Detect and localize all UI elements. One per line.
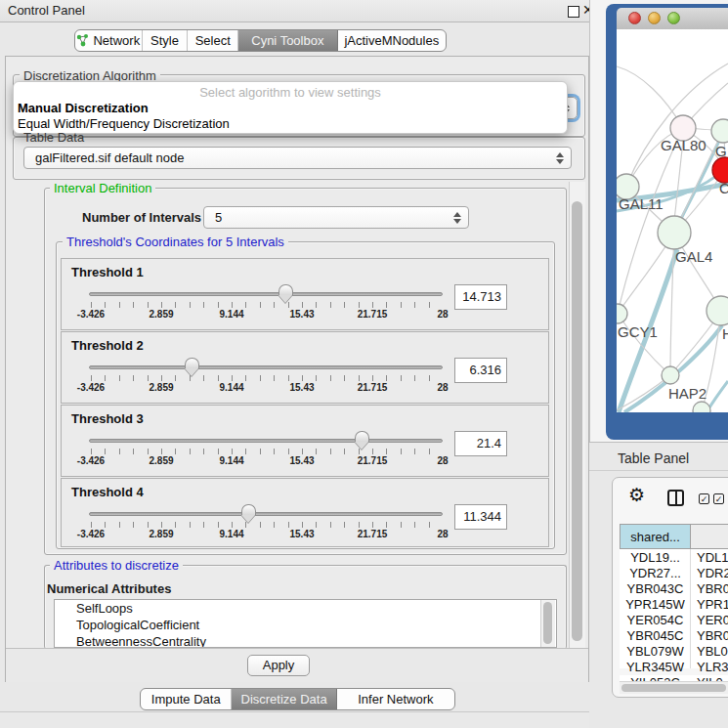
- threshold-4-label: Threshold 4: [71, 485, 144, 499]
- node-label-gal4: GAL4: [675, 248, 712, 265]
- tab-jactivemnodules[interactable]: jActiveMNodules: [338, 30, 446, 51]
- gear-icon[interactable]: ⚙: [628, 487, 645, 504]
- threshold-4-value-field[interactable]: 11.344: [454, 504, 507, 530]
- table-cell[interactable]: YLR3: [697, 660, 728, 675]
- threshold-3-slider-thumb[interactable]: [355, 431, 369, 442]
- zoom-button-icon[interactable]: [667, 12, 680, 24]
- column-header-shared-name[interactable]: shared...: [620, 524, 691, 549]
- table-window: ⚙ ✓ ✓ shared... na YDL19... YDL1 YDR27..…: [612, 477, 728, 698]
- node-table: shared... na YDL19... YDL1 YDR27... YDR2…: [620, 524, 728, 668]
- tab-select[interactable]: Select: [188, 30, 238, 51]
- table-data-group-title: Table Data: [20, 130, 88, 145]
- threshold-4-ticks: [91, 522, 443, 528]
- algorithm-placeholder: Select algorithm to view settings: [14, 85, 567, 100]
- threshold-1-ticks: [91, 302, 443, 308]
- threshold-3-value-field[interactable]: 21.4: [454, 431, 507, 456]
- list-item[interactable]: BetweennessCentrality: [55, 633, 556, 648]
- threshold-3-slider[interactable]: [89, 439, 443, 443]
- node-label-h: H: [722, 325, 728, 342]
- node-partial[interactable]: [693, 402, 710, 412]
- table-cell[interactable]: YPR1: [697, 597, 728, 613]
- tab-discretize-data[interactable]: Discretize Data: [232, 689, 336, 709]
- control-panel-tabbar: Network Style Select Cyni Toolbox jActiv…: [74, 29, 447, 52]
- table-cell[interactable]: YER0: [697, 613, 728, 628]
- threshold-1-slider-thumb[interactable]: [278, 284, 293, 295]
- control-panel-title: Control Panel: [8, 3, 85, 18]
- node-h[interactable]: [707, 296, 728, 325]
- number-of-intervals-combobox[interactable]: 5: [203, 206, 469, 229]
- combo-arrows-icon: [553, 152, 567, 164]
- table-cell[interactable]: YBL0: [697, 644, 728, 660]
- node-gcy1[interactable]: [617, 304, 627, 323]
- network-icon: [76, 34, 89, 47]
- node-gal4[interactable]: [658, 216, 691, 249]
- number-of-intervals-label: Number of Intervals: [82, 210, 201, 225]
- tab-style[interactable]: Style: [143, 30, 189, 51]
- threshold-3-box: Threshold 3 -3.426 2.859 9.144 15.43 21.…: [61, 405, 549, 477]
- table-cell[interactable]: YBR0: [697, 581, 728, 597]
- node-label-c: C: [719, 180, 728, 196]
- menu-item-equal-width-frequency[interactable]: Equal Width/Frequency Discretization: [18, 116, 230, 131]
- threshold-2-ticks: [91, 375, 443, 381]
- table-cell[interactable]: YDR2: [697, 566, 728, 581]
- app-screen: Control Panel ✕ Network Style Select Cyn…: [0, 0, 728, 728]
- menu-item-manual-discretization[interactable]: Manual Discretization: [18, 101, 149, 115]
- table-cell[interactable]: YER054C: [620, 613, 691, 628]
- table-panel-title: Table Panel: [618, 450, 689, 466]
- tab-cyni-toolbox[interactable]: Cyni Toolbox: [238, 30, 337, 51]
- algorithm-dropdown-popup: Select algorithm to view settings Manual…: [13, 81, 568, 134]
- close-button-icon[interactable]: [628, 12, 641, 24]
- tab-infer-network[interactable]: Infer Network: [337, 689, 454, 709]
- list-item[interactable]: SelfLoops: [55, 600, 556, 617]
- network-view[interactable]: GAL80 G GAL11 C GAL4 GCY1 H HAP2: [617, 29, 728, 412]
- threshold-1-label: Threshold 1: [71, 265, 144, 279]
- table-cell[interactable]: YBR0: [697, 628, 728, 644]
- attributes-list-scrollbar-thumb[interactable]: [543, 602, 552, 644]
- table-cell[interactable]: YDL1: [697, 550, 728, 566]
- table-data-combobox[interactable]: galFiltered.sif default node: [23, 147, 572, 169]
- node-label-g: G: [715, 143, 727, 159]
- threshold-3-ticks: [91, 449, 443, 454]
- node-hap2[interactable]: [662, 366, 679, 384]
- table-cell[interactable]: YBR043C: [620, 581, 691, 597]
- apply-button[interactable]: Apply: [247, 655, 310, 676]
- minimize-button-icon[interactable]: [648, 12, 661, 24]
- content-scrollbar[interactable]: [569, 182, 585, 648]
- table-cell[interactable]: YDR27...: [620, 566, 691, 581]
- interval-definition-title: Interval Definition: [50, 181, 155, 195]
- node-g[interactable]: [711, 119, 728, 143]
- threshold-2-box: Threshold 2 -3.426 2.859 9.144 15.43 21.…: [61, 331, 549, 404]
- threshold-2-label: Threshold 2: [71, 338, 144, 353]
- threshold-4-slider[interactable]: [89, 512, 443, 516]
- node-label-gal11: GAL11: [619, 195, 664, 212]
- combo-arrows-icon: [450, 212, 464, 224]
- threshold-4-box: Threshold 4 -3.426 2.859 9.144 15.43 21.…: [61, 478, 549, 547]
- table-cell[interactable]: YBR045C: [620, 628, 691, 644]
- threshold-2-slider-thumb[interactable]: [185, 358, 199, 368]
- threshold-2-slider[interactable]: [89, 365, 443, 369]
- table-cell[interactable]: YPR145W: [620, 597, 691, 613]
- threshold-1-value-field[interactable]: 14.713: [454, 284, 507, 310]
- threshold-4-slider-thumb[interactable]: [241, 504, 256, 515]
- table-cell[interactable]: YBL079W: [620, 644, 691, 660]
- table-hscrollbar-thumb[interactable]: [621, 684, 726, 692]
- node-label-gal80: GAL80: [661, 137, 707, 153]
- table-cell[interactable]: YDL19...: [620, 550, 691, 566]
- table-panel-divider: [589, 470, 728, 471]
- checkbox-icon[interactable]: ✓: [713, 493, 724, 504]
- table-hscrollbar[interactable]: [620, 681, 728, 694]
- tab-impute-data[interactable]: Impute Data: [141, 689, 232, 709]
- network-graph: [617, 29, 728, 412]
- threshold-2-value-field[interactable]: 6.316: [454, 358, 507, 383]
- column-header-name[interactable]: na: [690, 524, 728, 549]
- columns-icon[interactable]: [667, 490, 684, 506]
- list-item[interactable]: TopologicalCoefficient: [55, 617, 556, 633]
- threshold-1-slider[interactable]: [89, 292, 443, 296]
- checkbox-icon[interactable]: ✓: [699, 493, 709, 504]
- tab-network[interactable]: Network: [75, 30, 143, 51]
- numerical-attributes-list[interactable]: SelfLoops TopologicalCoefficient Between…: [54, 599, 557, 648]
- float-window-icon[interactable]: [568, 6, 579, 18]
- content-scrollbar-thumb[interactable]: [572, 201, 582, 641]
- table-cell[interactable]: YLR345W: [620, 660, 691, 675]
- attributes-list-scrollbar[interactable]: [540, 600, 555, 647]
